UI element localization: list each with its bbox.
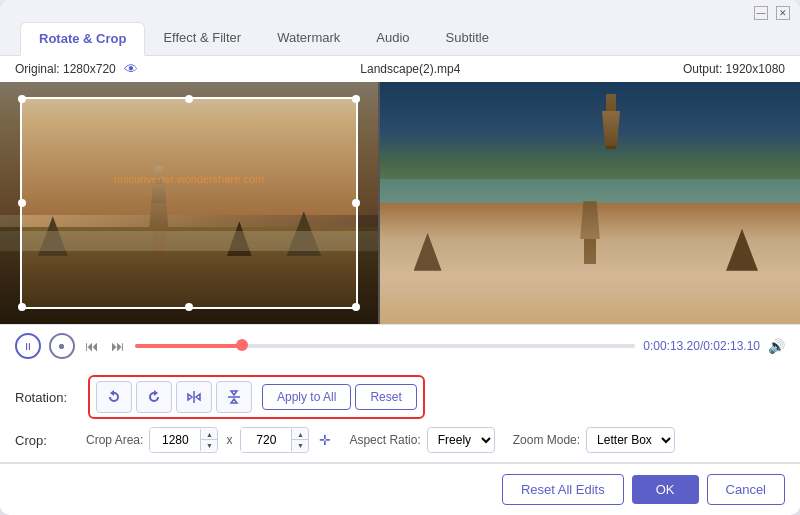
preview-area: uniconverter.wondershare.com (0, 82, 800, 324)
crop-center-icon[interactable]: ✛ (319, 432, 331, 448)
crop-handle-tm[interactable] (185, 95, 193, 103)
eye-icon[interactable]: 👁 (124, 61, 138, 77)
rotation-row: Rotation: (15, 375, 785, 419)
cancel-button[interactable]: Cancel (707, 474, 785, 505)
crop-handle-bm[interactable] (185, 303, 193, 311)
crop-handle-br[interactable] (352, 303, 360, 311)
crop-handle-tl[interactable] (18, 95, 26, 103)
minimize-button[interactable]: — (754, 6, 768, 20)
skip-next-button[interactable]: ⏭ (109, 338, 127, 354)
zoom-mode-label: Zoom Mode: (513, 433, 580, 447)
crop-height-input-group: ▲ ▼ (240, 427, 309, 453)
x-separator: x (226, 433, 232, 447)
rotation-buttons-group: Apply to All Reset (88, 375, 425, 419)
aspect-ratio-select[interactable]: Freely (427, 427, 495, 453)
info-bar: Original: 1280x720 👁 Landscape(2).mp4 Ou… (0, 56, 800, 82)
record-button[interactable]: ⏺ (49, 333, 75, 359)
crop-width-down[interactable]: ▼ (201, 440, 217, 451)
preview-left: uniconverter.wondershare.com (0, 82, 380, 324)
tab-subtitle[interactable]: Subtitle (428, 22, 507, 55)
preview-right (380, 82, 800, 324)
flip-horizontal-button[interactable] (176, 381, 212, 413)
original-resolution: Original: 1280x720 (15, 62, 116, 76)
tab-rotate-crop[interactable]: Rotate & Crop (20, 22, 145, 56)
footer-bar: Reset All Edits OK Cancel (0, 463, 800, 515)
seek-thumb (236, 339, 248, 351)
seek-progress (135, 344, 242, 348)
rotation-reset-button[interactable]: Reset (355, 384, 416, 410)
time-display: 0:00:13.20/0:02:13.10 (643, 339, 760, 353)
ok-button[interactable]: OK (632, 475, 699, 504)
reset-all-edits-button[interactable]: Reset All Edits (502, 474, 624, 505)
crop-height-down[interactable]: ▼ (292, 440, 308, 451)
crop-handle-mr[interactable] (352, 199, 360, 207)
zoom-mode-select[interactable]: Letter Box (586, 427, 675, 453)
close-button[interactable]: ✕ (776, 6, 790, 20)
crop-handle-tr[interactable] (352, 95, 360, 103)
tab-audio[interactable]: Audio (358, 22, 427, 55)
crop-label: Crop: (15, 433, 80, 448)
crop-handle-bl[interactable] (18, 303, 26, 311)
crop-overlay (20, 97, 358, 309)
crop-width-input-group: ▲ ▼ (149, 427, 218, 453)
filename: Landscape(2).mp4 (360, 62, 460, 76)
tabs-bar: Rotate & Crop Effect & Filter Watermark … (0, 22, 800, 56)
crop-area-label: Crop Area: (86, 433, 143, 447)
aspect-ratio-label: Aspect Ratio: (349, 433, 420, 447)
video-frame-right (380, 82, 800, 324)
crop-height-up[interactable]: ▲ (292, 429, 308, 440)
crop-handle-ml[interactable] (18, 199, 26, 207)
crop-width-input[interactable] (150, 428, 200, 452)
rotate-ccw-button[interactable] (96, 381, 132, 413)
output-resolution: Output: 1920x1080 (683, 62, 785, 76)
main-window: — ✕ Rotate & Crop Effect & Filter Waterm… (0, 0, 800, 515)
tab-watermark[interactable]: Watermark (259, 22, 358, 55)
crop-height-input[interactable] (241, 428, 291, 452)
skip-prev-button[interactable]: ⏮ (83, 338, 101, 354)
flip-vertical-button[interactable] (216, 381, 252, 413)
apply-to-all-button[interactable]: Apply to All (262, 384, 351, 410)
title-bar: — ✕ (0, 0, 800, 22)
crop-row: Crop: Crop Area: ▲ ▼ x ▲ ▼ ✛ Aspect Rati… (15, 427, 785, 457)
tab-effect-filter[interactable]: Effect & Filter (145, 22, 259, 55)
rotation-label: Rotation: (15, 390, 80, 405)
seek-bar[interactable] (135, 344, 635, 348)
rotate-cw-button[interactable] (136, 381, 172, 413)
volume-icon[interactable]: 🔊 (768, 338, 785, 354)
video-frame-left: uniconverter.wondershare.com (0, 82, 378, 324)
pause-button[interactable]: ⏸ (15, 333, 41, 359)
playback-bar: ⏸ ⏺ ⏮ ⏭ 0:00:13.20/0:02:13.10 🔊 (0, 324, 800, 367)
crop-width-up[interactable]: ▲ (201, 429, 217, 440)
controls-area: Rotation: (0, 367, 800, 462)
